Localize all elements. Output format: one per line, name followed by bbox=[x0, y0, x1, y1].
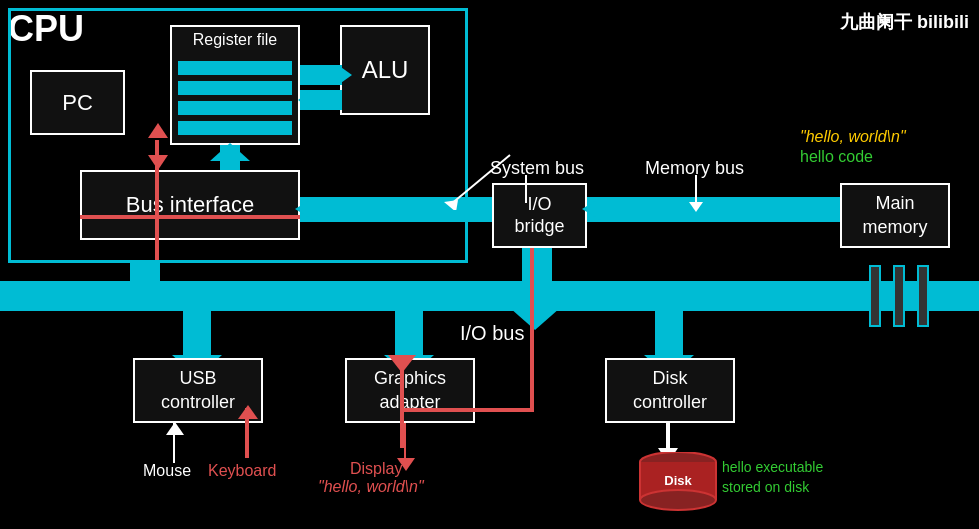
h-bus-cpu bbox=[300, 197, 495, 222]
arrow-down-red-pc bbox=[148, 155, 168, 170]
arrow-right-reg bbox=[338, 65, 352, 85]
arrow-left-reg bbox=[298, 90, 312, 110]
arrow-down-red-graphics bbox=[388, 355, 416, 373]
svg-text:Disk: Disk bbox=[664, 473, 692, 488]
svg-point-4 bbox=[640, 490, 716, 510]
h-bus-memory bbox=[587, 197, 847, 222]
io-bus-label: I/O bus bbox=[460, 322, 524, 345]
arrow-up-mouse bbox=[166, 422, 184, 435]
arrow-left-cpubus bbox=[295, 197, 315, 221]
hello-display-label: "hello, world\n" bbox=[318, 478, 424, 496]
io-bus-bar bbox=[0, 281, 979, 311]
memory-bus-arrow-head bbox=[689, 202, 703, 212]
expansion-slot-1 bbox=[869, 265, 881, 327]
expansion-slots bbox=[869, 265, 929, 327]
system-bus-label: System bus bbox=[490, 158, 584, 179]
disk-controller-box: Diskcontroller bbox=[605, 358, 735, 423]
hello-exec-label: hello executablestored on disk bbox=[722, 458, 823, 497]
watermark-label: 九曲阑干 bilibili bbox=[840, 10, 969, 34]
alu-box: ALU bbox=[340, 25, 430, 115]
reg-arrow-right bbox=[300, 65, 342, 85]
disk-cylinder: Disk bbox=[638, 452, 718, 512]
arrow-left-membus bbox=[582, 197, 602, 221]
red-v2 bbox=[530, 248, 534, 408]
v-connector-io bbox=[522, 248, 552, 311]
io-bus-arrow-right bbox=[949, 281, 979, 311]
memory-bus-arrow-line bbox=[695, 175, 697, 203]
arrow-up-red-pc bbox=[148, 123, 168, 138]
arrow-up-reg-busif bbox=[210, 143, 250, 161]
hello-world-label: "hello, world\n" bbox=[800, 128, 906, 146]
io-bridge-box: I/Obridge bbox=[492, 183, 587, 248]
expansion-slot-3 bbox=[917, 265, 929, 327]
system-bus-arrow-line bbox=[525, 175, 527, 203]
io-bus-arrow-left bbox=[0, 281, 30, 311]
expansion-slot-2 bbox=[893, 265, 905, 327]
display-label: Display bbox=[350, 460, 402, 478]
register-file-box: Register file bbox=[170, 25, 300, 145]
bus-interface-box: Bus interface bbox=[80, 170, 300, 240]
hello-code-label: hello code bbox=[800, 148, 873, 166]
arrow-up-red-keyboard bbox=[238, 405, 258, 419]
main-memory-box: Mainmemory bbox=[840, 183, 950, 248]
mouse-label: Mouse bbox=[143, 462, 191, 480]
keyboard-label: Keyboard bbox=[208, 462, 277, 480]
v-conn-display bbox=[404, 423, 406, 463]
pc-box: PC bbox=[30, 70, 125, 135]
red-h-graphics bbox=[400, 408, 534, 412]
diagram: CPU 九曲阑干 bilibili PC Register file ALU B… bbox=[0, 0, 979, 529]
